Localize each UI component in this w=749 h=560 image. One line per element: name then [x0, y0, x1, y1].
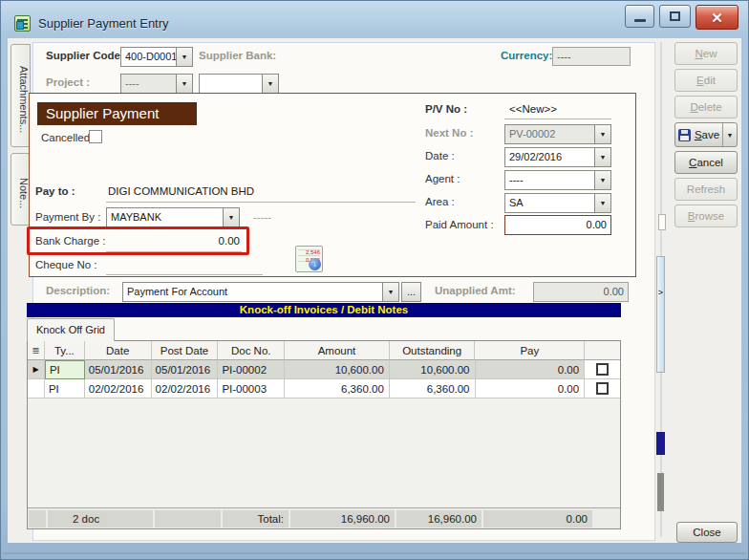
grid-corner-button[interactable]: ≣ — [28, 341, 45, 360]
project-combo[interactable]: ---- ▼ — [120, 74, 193, 94]
cell-outstanding[interactable]: 6,360.00 — [390, 379, 476, 398]
description-dropdown-button[interactable]: ▼ — [382, 283, 398, 301]
cell-date[interactable]: 05/01/2016 — [85, 360, 152, 379]
cell-post-date[interactable]: 02/02/2016 — [152, 379, 219, 398]
description-value: Payment For Account — [123, 283, 382, 301]
col-header-doc-no[interactable]: Doc No. — [218, 341, 285, 360]
col-header-type[interactable]: Ty... — [45, 341, 85, 360]
knockoff-grid: ≣ Ty... Date Post Date Doc No. Amount Ou… — [27, 340, 621, 529]
col-header-outstanding[interactable]: Outstanding — [390, 341, 476, 360]
cancelled-checkbox[interactable] — [89, 130, 102, 143]
close-window-button[interactable]: ✕ — [696, 5, 738, 30]
cell-post-date[interactable]: 05/01/2016 — [152, 360, 219, 379]
pv-no-label: P/V No : — [425, 103, 467, 115]
chevron-down-icon: ▼ — [228, 214, 235, 221]
table-row[interactable]: PI 02/02/2016 02/02/2016 PI-00003 6,360.… — [28, 379, 620, 398]
save-dropdown-button[interactable]: ▼ — [722, 123, 737, 146]
project-label: Project : — [46, 76, 90, 88]
payment-by-dropdown-button[interactable]: ▼ — [223, 208, 239, 226]
payment-by-combo[interactable]: MAYBANK ▼ — [106, 207, 240, 227]
cell-type[interactable]: PI — [45, 379, 85, 398]
chevron-down-icon: ▼ — [268, 80, 274, 87]
pay-checkbox[interactable] — [596, 382, 609, 395]
date-combo[interactable]: 29/02/2016 ▼ — [504, 147, 611, 167]
col-header-date[interactable]: Date — [85, 341, 152, 360]
cell-pay[interactable]: 0.00 — [476, 379, 586, 398]
window-title: Supplier Payment Entry — [38, 16, 169, 31]
save-floppy-icon — [678, 129, 691, 141]
agent-combo[interactable]: ---- ▼ — [504, 170, 611, 190]
project-bank-combo[interactable]: ▼ — [199, 74, 279, 94]
cell-pay[interactable]: 0.00 — [476, 360, 586, 379]
cell-doc-no[interactable]: PI-00002 — [218, 360, 285, 379]
minimize-button[interactable] — [625, 5, 654, 28]
cell-amount[interactable]: 10,600.00 — [285, 360, 390, 379]
scrollbar-fragment-blue — [656, 432, 665, 455]
paid-amount-field[interactable]: 0.00 — [504, 215, 611, 235]
list-icon: ≣ — [32, 345, 39, 355]
cell-date[interactable]: 02/02/2016 — [85, 379, 152, 398]
cell-outstanding[interactable]: 10,600.00 — [390, 360, 476, 379]
new-button[interactable]: New — [674, 42, 738, 65]
scrollbar-fragment-gray[interactable] — [657, 473, 664, 511]
cell-type[interactable]: PI — [45, 360, 85, 379]
refresh-button[interactable]: Refresh — [674, 178, 738, 201]
chevron-down-icon: ▼ — [600, 200, 607, 206]
project-bank-dropdown-button[interactable]: ▼ — [262, 75, 278, 93]
cell-doc-no[interactable]: PI-00003 — [218, 379, 285, 398]
cheque-no-label: Cheque No : — [35, 259, 97, 270]
maximize-button[interactable] — [659, 5, 691, 28]
chevron-down-icon: ▼ — [600, 131, 607, 138]
cancel-button[interactable]: Cancel — [674, 151, 738, 174]
pv-no-value: <<New>> — [509, 103, 557, 115]
cell-check — [585, 360, 620, 379]
save-button-main[interactable]: Save — [675, 123, 722, 146]
close-button[interactable]: Close — [676, 522, 738, 543]
unapplied-amt-field[interactable]: 0.00 — [533, 282, 629, 302]
cell-amount[interactable]: 6,360.00 — [285, 379, 390, 398]
browse-button[interactable]: Browse — [674, 205, 738, 227]
chevron-down-icon: ▼ — [600, 177, 607, 183]
next-no-combo[interactable]: PV-00002 ▼ — [504, 124, 611, 144]
area-dropdown-button[interactable]: ▼ — [594, 194, 610, 212]
date-dropdown-button[interactable]: ▼ — [594, 148, 610, 166]
supplier-code-combo[interactable]: 400-D0001 ▼ — [120, 47, 193, 67]
calculator-icon[interactable]: 2,546 0,946 ↓ — [295, 246, 323, 272]
pv-no-underline — [504, 118, 611, 119]
note-tab[interactable]: Note... — [11, 153, 31, 226]
col-header-post-date[interactable]: Post Date — [152, 341, 219, 360]
collapse-splitter[interactable]: > — [656, 256, 665, 373]
payment-by-value: MAYBANK — [107, 208, 223, 226]
project-value: ---- — [121, 75, 176, 93]
project-dropdown-button[interactable]: ▼ — [176, 75, 192, 93]
description-ellipsis-button[interactable]: ... — [401, 282, 421, 302]
area-label: Area : — [425, 196, 455, 207]
col-header-amount[interactable]: Amount — [285, 341, 390, 360]
row-pointer-icon: ▶ — [32, 365, 38, 374]
knock-off-grid-tab[interactable]: Knock Off Grid — [27, 318, 115, 341]
delete-button-mnemonic: D — [690, 101, 697, 113]
table-row[interactable]: ▶ PI 05/01/2016 05/01/2016 PI-00002 10,6… — [28, 360, 620, 379]
description-combo[interactable]: Payment For Account ▼ — [122, 282, 399, 302]
edit-button[interactable]: Edit — [674, 69, 738, 92]
area-combo[interactable]: SA ▼ — [504, 193, 611, 213]
pay-to-label: Pay to : — [35, 185, 75, 197]
supplier-code-dropdown-button[interactable]: ▼ — [176, 48, 192, 66]
app-icon — [14, 15, 31, 32]
save-button[interactable]: Save ▼ — [674, 122, 738, 147]
chevron-down-icon: ▼ — [727, 132, 734, 139]
footer-indicator-cell — [29, 510, 46, 528]
cancel-button-label: ancel — [696, 157, 723, 168]
scrollbar-thumb[interactable] — [658, 214, 666, 230]
currency-field[interactable]: ---- — [552, 47, 631, 66]
chevron-down-icon: ▼ — [182, 80, 188, 87]
attachments-tab[interactable]: Attachments... — [11, 44, 31, 147]
cancelled-label: Cancelled — [41, 132, 90, 143]
delete-button[interactable]: Delete — [674, 96, 738, 118]
col-header-pay[interactable]: Pay — [475, 341, 585, 360]
cheque-no-underline[interactable] — [106, 274, 263, 275]
pay-checkbox[interactable] — [596, 363, 609, 376]
chevron-down-icon: ▼ — [388, 289, 395, 295]
agent-dropdown-button[interactable]: ▼ — [594, 171, 610, 189]
next-no-dropdown-button[interactable]: ▼ — [594, 125, 610, 143]
